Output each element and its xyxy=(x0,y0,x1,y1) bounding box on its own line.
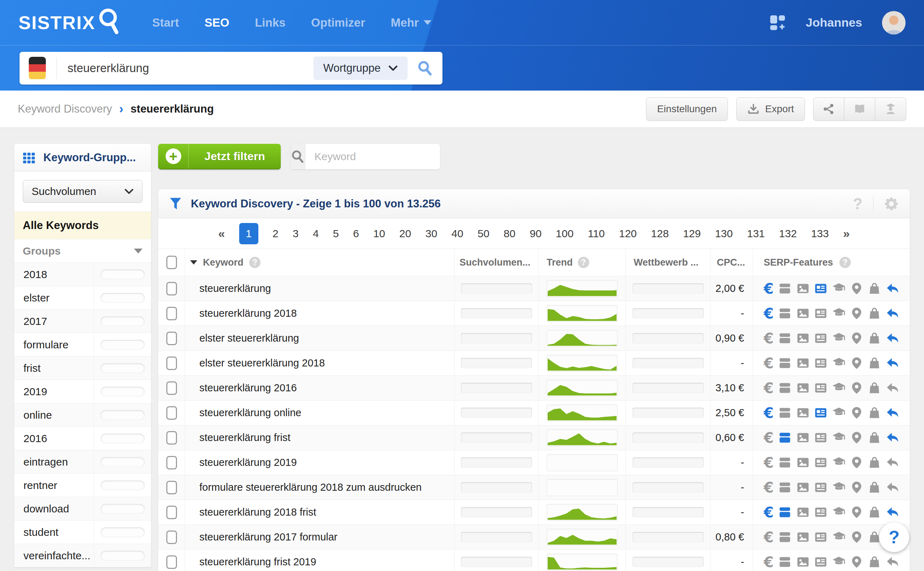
keyword-group-row[interactable]: rentner xyxy=(14,474,151,497)
row-checkbox[interactable] xyxy=(166,506,177,519)
country-flag-de[interactable] xyxy=(29,57,46,80)
keyword-group-row[interactable]: online xyxy=(14,403,151,427)
row-keyword[interactable]: steuererklärung 2016 xyxy=(200,382,297,394)
row-checkbox[interactable] xyxy=(166,481,177,494)
row-checkbox[interactable] xyxy=(166,381,177,395)
keyword-group-row[interactable]: 2018 xyxy=(14,263,151,286)
row-keyword[interactable]: steuererklärung 2018 xyxy=(200,307,297,319)
sort-select[interactable]: Suchvolumen xyxy=(23,180,142,203)
reply-arrow-icon[interactable] xyxy=(886,431,899,444)
pagination-page-133[interactable]: 133 xyxy=(811,228,829,240)
row-keyword[interactable]: formulare steuererklärung 2018 zum ausdr… xyxy=(200,481,421,493)
search-submit-icon[interactable] xyxy=(417,60,433,76)
pagination-page-6[interactable]: 6 xyxy=(353,228,359,240)
pagination-page-3[interactable]: 3 xyxy=(293,228,299,240)
keyword-group-row[interactable]: eintragen xyxy=(14,450,151,474)
pagination-page-100[interactable]: 100 xyxy=(556,228,574,240)
user-name[interactable]: Johannes xyxy=(806,15,862,29)
pagination-page-128[interactable]: 128 xyxy=(651,228,669,240)
pagination-page-30[interactable]: 30 xyxy=(426,228,437,240)
reply-arrow-icon[interactable] xyxy=(886,481,899,494)
keyword-group-row[interactable]: vereinfachte... xyxy=(14,544,151,568)
select-all-checkbox[interactable] xyxy=(166,256,177,269)
row-checkbox[interactable] xyxy=(166,307,177,320)
query-input[interactable] xyxy=(68,62,313,75)
row-keyword[interactable]: steuererklärung xyxy=(200,282,271,295)
help-badge-icon[interactable]: ? xyxy=(249,257,260,268)
keyword-group-row[interactable]: download xyxy=(14,497,151,520)
sort-caret-icon[interactable] xyxy=(190,260,197,265)
row-checkbox[interactable] xyxy=(166,282,177,295)
pagination-page-1[interactable]: 1 xyxy=(239,223,258,244)
pagination-page-110[interactable]: 110 xyxy=(588,228,605,240)
settings-button[interactable]: Einstellungen xyxy=(646,97,728,121)
header-trend[interactable]: Trend xyxy=(546,257,573,268)
help-badge-icon[interactable]: ? xyxy=(839,257,851,268)
header-volume[interactable]: Suchvolumen... xyxy=(460,257,531,268)
row-checkbox[interactable] xyxy=(166,556,177,569)
keyword-group-row[interactable]: 2019 xyxy=(14,380,151,403)
keyword-group-row[interactable]: elster xyxy=(14,286,151,310)
keyword-group-row[interactable]: student xyxy=(14,520,151,544)
avatar[interactable] xyxy=(882,11,905,34)
reply-arrow-icon[interactable] xyxy=(886,406,899,419)
reply-arrow-icon[interactable] xyxy=(886,307,899,320)
row-keyword[interactable]: elster steuererklärung xyxy=(200,332,299,344)
pagination-page-5[interactable]: 5 xyxy=(333,228,339,240)
row-checkbox[interactable] xyxy=(166,456,177,469)
pagination-next[interactable]: » xyxy=(843,227,850,241)
keyword-filter-input[interactable] xyxy=(305,151,440,163)
mode-select[interactable]: Wortgruppe xyxy=(313,57,408,80)
reply-arrow-icon[interactable] xyxy=(886,506,899,519)
header-serp-features[interactable]: SERP-Features xyxy=(764,257,833,268)
pagination-page-80[interactable]: 80 xyxy=(504,228,515,240)
pagination-page-20[interactable]: 20 xyxy=(399,228,411,240)
row-keyword[interactable]: steuererklärung frist xyxy=(200,432,290,443)
row-checkbox[interactable] xyxy=(166,406,177,420)
nav-item-seo[interactable]: SEO xyxy=(204,16,229,29)
row-checkbox[interactable] xyxy=(166,531,177,544)
keyword-group-row[interactable]: 2016 xyxy=(14,427,151,450)
gear-icon[interactable] xyxy=(884,197,898,211)
breadcrumb-parent[interactable]: Keyword Discovery xyxy=(18,103,112,116)
header-competition[interactable]: Wettbewerb ... xyxy=(634,257,699,268)
pagination-page-50[interactable]: 50 xyxy=(478,228,489,240)
row-checkbox[interactable] xyxy=(166,332,177,345)
nav-item-links[interactable]: Links xyxy=(255,16,285,29)
pagination-page-131[interactable]: 131 xyxy=(747,228,765,240)
reply-arrow-icon[interactable] xyxy=(886,356,899,370)
keyword-group-row[interactable]: 2017 xyxy=(14,310,151,333)
pagination-page-132[interactable]: 132 xyxy=(779,228,797,240)
handbook-button[interactable] xyxy=(844,97,875,121)
pagination-page-40[interactable]: 40 xyxy=(451,228,463,240)
keyword-group-row[interactable]: formulare xyxy=(14,333,151,356)
row-keyword[interactable]: steuererklärung 2018 frist xyxy=(200,506,316,518)
reply-arrow-icon[interactable] xyxy=(886,282,899,295)
pagination-page-10[interactable]: 10 xyxy=(373,228,385,240)
pagination-page-90[interactable]: 90 xyxy=(529,228,541,240)
filter-now-button[interactable]: + Jetzt filtern xyxy=(158,144,281,170)
row-keyword[interactable]: steuererklärung 2017 formular xyxy=(200,531,337,543)
nav-item-start[interactable]: Start xyxy=(152,16,179,29)
apps-grid-icon[interactable] xyxy=(769,15,786,31)
row-keyword[interactable]: steuererklärung online xyxy=(200,407,301,419)
reply-arrow-icon[interactable] xyxy=(886,332,899,345)
pagination-page-130[interactable]: 130 xyxy=(715,228,733,240)
nav-item-optimizer[interactable]: Optimizer xyxy=(311,16,365,29)
pagination-page-4[interactable]: 4 xyxy=(313,228,319,240)
pagination-prev[interactable]: « xyxy=(218,227,225,241)
sistrix-logo[interactable]: SISTRIX xyxy=(19,6,121,40)
share-button[interactable] xyxy=(813,97,844,121)
pagination-page-2[interactable]: 2 xyxy=(272,228,279,240)
row-checkbox[interactable] xyxy=(166,356,177,370)
help-badge-icon[interactable]: ? xyxy=(578,257,589,268)
pagination-page-120[interactable]: 120 xyxy=(619,228,637,240)
sidebar-item-all-keywords[interactable]: Alle Keywords xyxy=(14,211,151,239)
reply-arrow-icon[interactable] xyxy=(886,556,899,568)
pagination-page-129[interactable]: 129 xyxy=(683,228,701,240)
floating-help-button[interactable]: ? xyxy=(879,522,909,552)
sidebar-groups-toggle[interactable]: Groups xyxy=(14,239,151,263)
row-keyword[interactable]: steuererklärung frist 2019 xyxy=(200,556,316,568)
reply-arrow-icon[interactable] xyxy=(886,381,899,395)
reply-arrow-icon[interactable] xyxy=(886,456,899,469)
